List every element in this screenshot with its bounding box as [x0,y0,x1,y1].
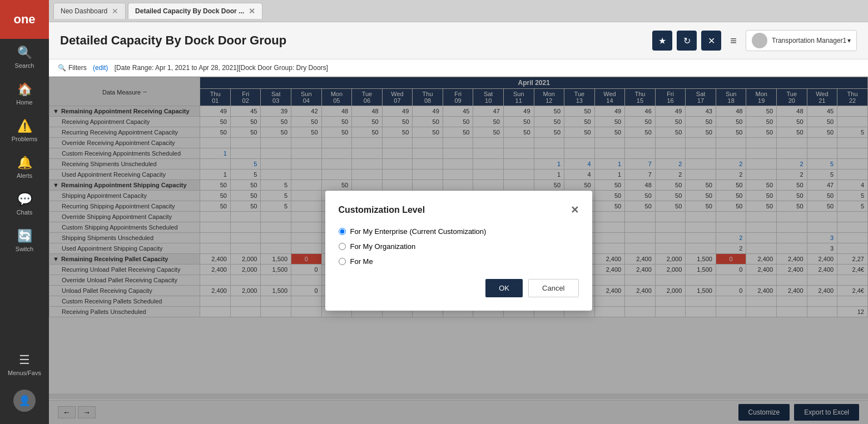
refresh-button[interactable]: ↻ [677,31,697,51]
filter-bar: 🔍 Filters (edit) [Date Range: Apr 1, 202… [49,59,868,77]
customization-modal: Customization Level ✕ For My Enterprise … [325,191,592,311]
radio-enterprise-option[interactable]: For My Enterprise (Current Customization… [339,227,579,236]
tab-neo-dashboard[interactable]: Neo Dashboard ✕ [53,3,126,19]
sidebar-item-search[interactable]: 🔍 Search [0,39,49,76]
tab-bar: Neo Dashboard ✕ Detailed Capacity By Doc… [49,0,868,22]
search-icon: 🔍 [17,46,32,60]
menu-button[interactable]: ≡ [726,32,741,49]
modal-title: Customization Level [339,205,425,215]
sidebar-item-chats[interactable]: 💬 Chats [0,186,49,222]
radio-me-option[interactable]: For Me [339,257,579,266]
filter-label: Filters [68,64,87,72]
sidebar: one 🔍 Search 🏠 Home ⚠️ Problems 🔔 Alerts… [0,0,49,424]
alerts-icon: 🔔 [17,156,32,170]
star-button[interactable]: ★ [652,31,672,51]
radio-me-input[interactable] [339,258,346,265]
modal-title-bar: Customization Level ✕ [339,204,579,216]
sidebar-item-problems[interactable]: ⚠️ Problems [0,112,49,149]
user-avatar-sidebar[interactable]: 👤 [0,383,49,418]
home-icon: 🏠 [17,82,32,97]
filter-text: [Date Range: Apr 1, 2021 to Apr 28, 2021… [115,64,328,72]
radio-enterprise-label: For My Enterprise (Current Customization… [350,227,487,236]
switch-icon: 🔄 [17,229,32,243]
menu-icon: ☰ [19,353,30,367]
user-selector[interactable]: Transportation Manager1 ▾ [746,30,857,51]
modal-footer: OK Cancel [339,279,579,297]
page-title: Detailed Capacity By Dock Door Group [60,33,652,48]
sidebar-item-menus[interactable]: ☰ Menus/Favs [0,346,49,383]
page-header: Detailed Capacity By Dock Door Group ★ ↻… [49,22,868,59]
modal-close-button[interactable]: ✕ [571,204,579,216]
sidebar-item-home[interactable]: 🏠 Home [0,76,49,112]
modal-body: For My Enterprise (Current Customization… [339,227,579,266]
modal-overlay: Customization Level ✕ For My Enterprise … [49,77,868,424]
filter-edit-link[interactable]: (edit) [93,64,108,72]
close-button[interactable]: ✕ [701,31,721,51]
cancel-button[interactable]: Cancel [528,279,578,297]
tab-close-neo[interactable]: ✕ [112,7,118,16]
chats-icon: 💬 [17,192,32,207]
sidebar-item-alerts[interactable]: 🔔 Alerts [0,149,49,186]
app-logo: one [0,0,49,39]
tab-close-detailed[interactable]: ✕ [249,7,255,16]
sidebar-item-switch[interactable]: 🔄 Switch [0,222,49,259]
chevron-down-icon: ▾ [847,37,851,44]
main-content: Neo Dashboard ✕ Detailed Capacity By Doc… [49,0,868,424]
ok-button[interactable]: OK [485,279,523,297]
content-area: Data Measure − April 2021 Thu01Fri02Sat0… [49,77,868,424]
problems-icon: ⚠️ [17,119,32,133]
user-label: Transportation Manager1 [772,37,846,44]
avatar: 👤 [13,390,36,412]
radio-organization-label: For My Organization [350,242,416,251]
radio-enterprise-input[interactable] [339,228,346,235]
radio-organization-option[interactable]: For My Organization [339,242,579,251]
radio-me-label: For Me [350,257,373,266]
radio-organization-input[interactable] [339,243,346,250]
header-actions: ★ ↻ ✕ ≡ Transportation Manager1 ▾ [652,30,857,51]
tab-detailed-capacity[interactable]: Detailed Capacity By Dock Door ... ✕ [128,3,262,19]
filter-icon: 🔍 [58,64,66,72]
